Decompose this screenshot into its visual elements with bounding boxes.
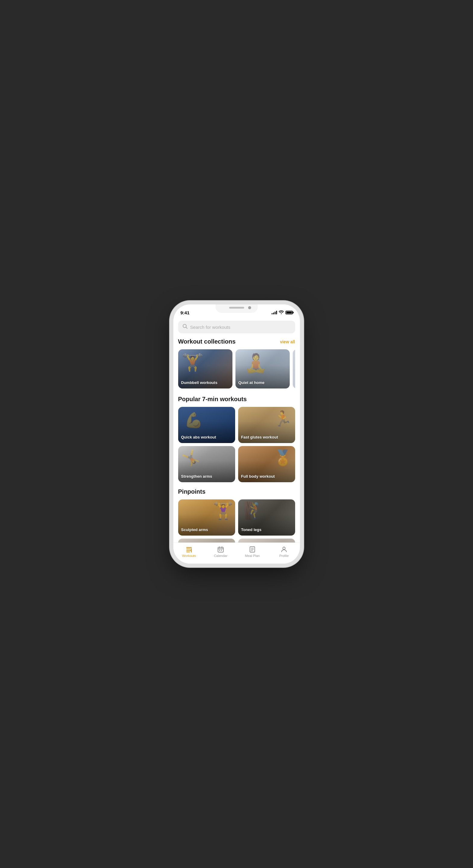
quiet-home-label: Quiet at home <box>238 380 265 385</box>
svg-line-1 <box>186 327 187 329</box>
svg-rect-4 <box>186 550 191 551</box>
profile-nav-icon <box>280 546 288 553</box>
sculpted-arms-label: Sculpted arms <box>181 527 208 532</box>
collections-scroll[interactable]: Dumbbell workouts Quiet at home <box>178 349 295 390</box>
signal-bar-2 <box>273 313 274 314</box>
collections-header: Workout collections view all <box>178 338 295 345</box>
pinpoint3-overlay <box>178 538 235 542</box>
pinpoint-card-toned-legs[interactable]: Toned legs <box>238 499 295 535</box>
search-placeholder: Search for workouts <box>190 324 230 330</box>
workout-card-quick-abs[interactable]: Quick abs workout <box>178 407 235 443</box>
svg-rect-3 <box>186 549 190 550</box>
pinpoints-header: Pinpoints <box>178 488 295 495</box>
popular-header: Popular 7-min workouts <box>178 396 295 403</box>
profile-nav-label: Profile <box>279 554 289 558</box>
meal-plan-nav-icon <box>249 546 256 553</box>
calendar-nav-label: Calendar <box>214 554 228 558</box>
signal-bar-1 <box>272 313 272 314</box>
strengthen-arms-label: Strengthen arms <box>181 474 212 479</box>
workouts-nav-label: Workouts <box>182 554 196 558</box>
pinpoints-title: Pinpoints <box>178 488 206 495</box>
phone-inner: 9:41 <box>173 304 300 564</box>
pinpoints-grid: Sculpted arms Toned legs <box>178 499 295 542</box>
pinpoint-card-4[interactable] <box>238 538 295 542</box>
notch <box>215 304 258 313</box>
wifi-icon <box>279 310 284 315</box>
popular-workouts-grid: Quick abs workout Fast glutes workout St… <box>178 407 295 482</box>
svg-point-17 <box>283 547 285 550</box>
signal-bar-3 <box>275 312 275 314</box>
nav-calendar[interactable]: Calendar <box>205 546 237 558</box>
view-all-collections[interactable]: view all <box>280 339 295 344</box>
battery-icon <box>286 311 293 314</box>
pinpoint4-overlay <box>238 538 295 542</box>
popular-title: Popular 7-min workouts <box>178 396 247 403</box>
search-bar[interactable]: Search for workouts <box>178 321 295 333</box>
popular-workouts-section: Popular 7-min workouts Quick abs workout… <box>173 396 300 488</box>
bottom-nav: Workouts Calendar <box>173 542 300 564</box>
collection-card-dumbbell[interactable]: Dumbbell workouts <box>178 349 232 389</box>
toned-legs-label: Toned legs <box>241 527 262 532</box>
notch-speaker <box>229 307 244 309</box>
meal-plan-nav-label: Meal Plan <box>245 554 260 558</box>
signal-bars-icon <box>272 311 277 314</box>
collection-card-extra[interactable] <box>293 349 295 389</box>
nav-meal-plan[interactable]: Meal Plan <box>237 546 268 558</box>
svg-rect-6 <box>191 548 192 553</box>
dumbbell-label: Dumbbell workouts <box>181 380 218 385</box>
pinpoint-card-sculpted-arms[interactable]: Sculpted arms <box>178 499 235 535</box>
svg-rect-7 <box>218 547 224 552</box>
status-time: 9:41 <box>181 310 189 315</box>
nav-workouts[interactable]: Workouts <box>173 546 205 558</box>
quiet-home-overlay: Quiet at home <box>235 349 290 389</box>
pinpoints-section: Pinpoints Sculpted arms Toned legs <box>173 488 300 542</box>
strengthen-arms-overlay: Strengthen arms <box>178 446 235 482</box>
workout-collections-section: Workout collections view all Dumbbell wo… <box>173 338 300 396</box>
quick-abs-overlay: Quick abs workout <box>178 407 235 443</box>
quick-abs-label: Quick abs workout <box>181 435 216 440</box>
svg-rect-12 <box>221 550 222 551</box>
notch-camera <box>248 306 251 309</box>
workouts-nav-icon <box>185 546 193 553</box>
pinpoint-card-3[interactable] <box>178 538 235 542</box>
workout-card-strengthen-arms[interactable]: Strengthen arms <box>178 446 235 482</box>
main-content: Search for workouts Workout collections … <box>173 318 300 542</box>
svg-rect-2 <box>186 547 192 548</box>
signal-bar-4 <box>276 311 277 314</box>
collections-title: Workout collections <box>178 338 236 345</box>
collection-card-quiet-home[interactable]: Quiet at home <box>235 349 290 389</box>
sculpted-arms-overlay: Sculpted arms <box>178 499 235 535</box>
toned-legs-overlay: Toned legs <box>238 499 295 535</box>
full-body-label: Full body workout <box>241 474 275 479</box>
search-icon <box>182 324 188 330</box>
dumbbell-overlay: Dumbbell workouts <box>178 349 232 389</box>
full-body-overlay: Full body workout <box>238 446 295 482</box>
calendar-nav-icon <box>217 546 224 553</box>
svg-rect-11 <box>219 550 220 551</box>
phone-frame: 9:41 <box>173 304 300 564</box>
workout-card-fast-glutes[interactable]: Fast glutes workout <box>238 407 295 443</box>
battery-fill <box>286 312 292 313</box>
fast-glutes-label: Fast glutes workout <box>241 435 278 440</box>
fast-glutes-overlay: Fast glutes workout <box>238 407 295 443</box>
workout-card-full-body[interactable]: Full body workout <box>238 446 295 482</box>
svg-rect-5 <box>186 552 190 553</box>
nav-profile[interactable]: Profile <box>268 546 300 558</box>
status-icons <box>272 310 293 315</box>
